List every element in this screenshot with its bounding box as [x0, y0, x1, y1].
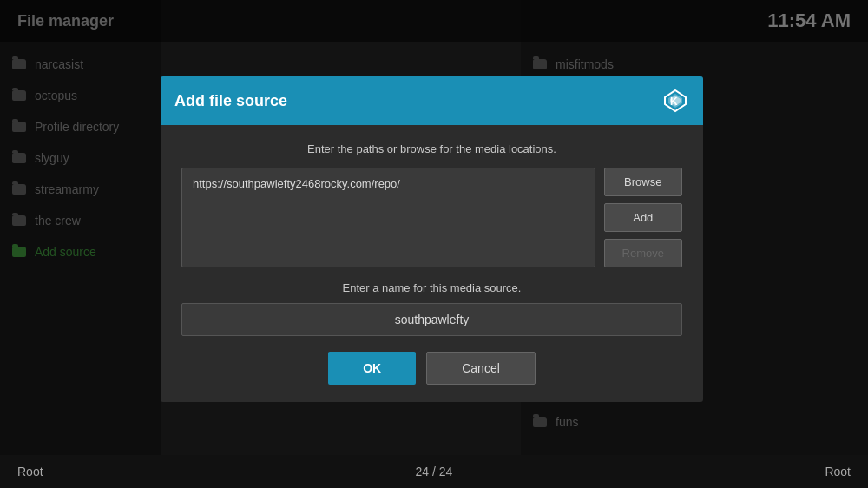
url-action-buttons: Browse Add Remove	[604, 168, 682, 267]
ok-button[interactable]: OK	[328, 352, 416, 385]
name-hint: Enter a name for this media source.	[181, 281, 682, 294]
dialog-title: Add file source	[174, 92, 287, 110]
svg-text:K: K	[670, 96, 678, 108]
add-button[interactable]: Add	[604, 203, 682, 232]
cancel-button[interactable]: Cancel	[426, 352, 536, 385]
kodi-logo-icon: K	[661, 87, 689, 115]
dialog-paths-hint: Enter the paths or browse for the media …	[181, 142, 682, 155]
url-row: https://southpawlefty2468rocky.com/repo/…	[181, 168, 682, 267]
browse-button[interactable]: Browse	[604, 168, 682, 196]
url-input[interactable]: https://southpawlefty2468rocky.com/repo/	[181, 168, 595, 267]
remove-button[interactable]: Remove	[604, 239, 682, 267]
footer-center: 24 / 24	[416, 465, 453, 478]
source-name-input[interactable]	[181, 303, 682, 336]
footer-right: Root	[825, 465, 851, 478]
footer: Root 24 / 24 Root	[0, 455, 868, 488]
add-file-source-dialog: Add file source K Enter the paths or bro…	[161, 76, 703, 402]
dialog-body: Enter the paths or browse for the media …	[161, 125, 703, 402]
footer-left: Root	[17, 465, 43, 478]
dialog-header: Add file source K	[161, 76, 703, 125]
dialog-footer-buttons: OK Cancel	[181, 352, 682, 385]
